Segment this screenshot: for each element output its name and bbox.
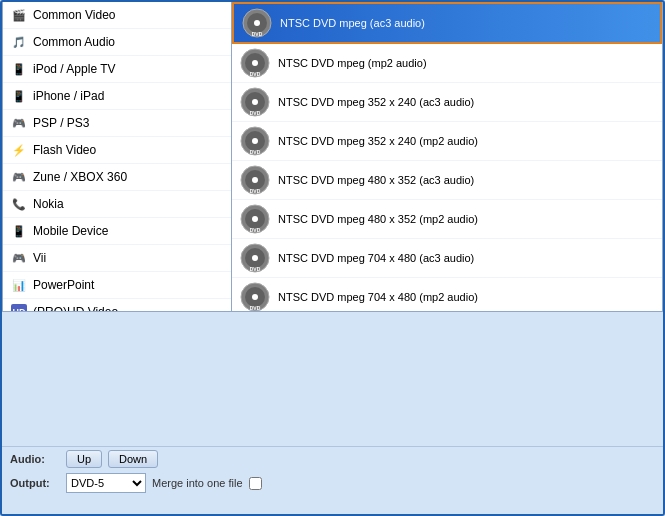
format-label-1: NTSC DVD mpeg (ac3 audio): [280, 17, 425, 29]
category-vii[interactable]: 🎮 Vii: [3, 245, 231, 272]
flash-video-label: Flash Video: [33, 143, 96, 157]
svg-text:DVD: DVD: [252, 31, 263, 37]
format-label-8: NTSC DVD mpeg 704 x 480 (mp2 audio): [278, 291, 478, 303]
category-ipod-apple-tv[interactable]: 📱 iPod / Apple TV: [3, 56, 231, 83]
up-button[interactable]: Up: [66, 450, 102, 468]
nokia-label: Nokia: [33, 197, 64, 211]
output-select[interactable]: DVD-5: [66, 473, 146, 493]
iphone-ipad-label: iPhone / iPad: [33, 89, 104, 103]
format-label-3: NTSC DVD mpeg 352 x 240 (ac3 audio): [278, 96, 474, 108]
common-audio-label: Common Audio: [33, 35, 115, 49]
format-ntsc-dvd-ac3[interactable]: DVD NTSC DVD mpeg (ac3 audio): [232, 2, 662, 44]
format-label-4: NTSC DVD mpeg 352 x 240 (mp2 audio): [278, 135, 478, 147]
format-ntsc-dvd-mp2-1[interactable]: DVD NTSC DVD mpeg (mp2 audio): [232, 44, 662, 83]
dvd-disc-4: DVD: [240, 126, 270, 156]
format-ntsc-dvd-352-ac3[interactable]: DVD NTSC DVD mpeg 352 x 240 (ac3 audio): [232, 83, 662, 122]
nokia-icon: 📞: [11, 196, 27, 212]
format-label-7: NTSC DVD mpeg 704 x 480 (ac3 audio): [278, 252, 474, 264]
common-video-label: Common Video: [33, 8, 116, 22]
category-common-audio[interactable]: 🎵 Common Audio: [3, 29, 231, 56]
category-zune-xbox[interactable]: 🎮 Zune / XBOX 360: [3, 164, 231, 191]
vii-label: Vii: [33, 251, 46, 265]
common-video-icon: 🎬: [11, 7, 27, 23]
output-label: Output:: [10, 477, 60, 489]
dvd-disc-1: DVD: [242, 8, 272, 38]
format-ntsc-dvd-704-ac3[interactable]: DVD NTSC DVD mpeg 704 x 480 (ac3 audio): [232, 239, 662, 278]
category-panel: 🎬 Common Video 🎵 Common Audio 📱 iPod / A…: [2, 2, 232, 312]
psp-ps3-icon: 🎮: [11, 115, 27, 131]
pro-hd-label: (PRO)HD Video: [33, 305, 118, 312]
svg-text:DVD: DVD: [250, 71, 261, 77]
svg-point-2: [254, 20, 260, 26]
profile-dropdown: 🎬 Common Video 🎵 Common Audio 📱 iPod / A…: [2, 2, 663, 312]
iphone-ipad-icon: 📱: [11, 88, 27, 104]
svg-text:DVD: DVD: [250, 227, 261, 233]
format-label-5: NTSC DVD mpeg 480 x 352 (ac3 audio): [278, 174, 474, 186]
mobile-icon: 📱: [11, 223, 27, 239]
audio-row: Audio: Up Down: [2, 447, 663, 471]
category-mobile[interactable]: 📱 Mobile Device: [3, 218, 231, 245]
svg-point-22: [252, 216, 258, 222]
bottom-output-area: Audio: Up Down Output: DVD-5 Merge into …: [2, 446, 663, 514]
svg-point-6: [252, 60, 258, 66]
dvd-disc-7: DVD: [240, 243, 270, 273]
category-iphone-ipad[interactable]: 📱 iPhone / iPad: [3, 83, 231, 110]
pro-hd-badge: HD: [11, 304, 27, 312]
common-audio-icon: 🎵: [11, 34, 27, 50]
ipod-apple-tv-label: iPod / Apple TV: [33, 62, 116, 76]
category-powerpoint[interactable]: 📊 PowerPoint: [3, 272, 231, 299]
vii-icon: 🎮: [11, 250, 27, 266]
output-row: Output: DVD-5 Merge into one file: [2, 471, 663, 495]
dvd-disc-3: DVD: [240, 87, 270, 117]
mobile-label: Mobile Device: [33, 224, 108, 238]
svg-point-10: [252, 99, 258, 105]
zune-xbox-label: Zune / XBOX 360: [33, 170, 127, 184]
svg-text:DVD: DVD: [250, 188, 261, 194]
format-ntsc-dvd-704-mp2[interactable]: DVD NTSC DVD mpeg 704 x 480 (mp2 audio): [232, 278, 662, 312]
zune-xbox-icon: 🎮: [11, 169, 27, 185]
dvd-disc-8: DVD: [240, 282, 270, 312]
format-ntsc-dvd-352-mp2[interactable]: DVD NTSC DVD mpeg 352 x 240 (mp2 audio): [232, 122, 662, 161]
format-ntsc-dvd-480-mp2[interactable]: DVD NTSC DVD mpeg 480 x 352 (mp2 audio): [232, 200, 662, 239]
flash-video-icon: ⚡: [11, 142, 27, 158]
format-panel: DVD NTSC DVD mpeg (ac3 audio) DVD NTSC D…: [232, 2, 663, 312]
svg-point-18: [252, 177, 258, 183]
svg-text:DVD: DVD: [250, 110, 261, 116]
category-common-video[interactable]: 🎬 Common Video: [3, 2, 231, 29]
merge-label: Merge into one file: [152, 477, 243, 489]
category-psp-ps3[interactable]: 🎮 PSP / PS3: [3, 110, 231, 137]
dvd-disc-2: DVD: [240, 48, 270, 78]
psp-ps3-label: PSP / PS3: [33, 116, 89, 130]
svg-point-26: [252, 255, 258, 261]
format-ntsc-dvd-480-ac3[interactable]: DVD NTSC DVD mpeg 480 x 352 (ac3 audio): [232, 161, 662, 200]
format-label-6: NTSC DVD mpeg 480 x 352 (mp2 audio): [278, 213, 478, 225]
svg-point-14: [252, 138, 258, 144]
svg-text:DVD: DVD: [250, 305, 261, 311]
category-flash-video[interactable]: ⚡ Flash Video: [3, 137, 231, 164]
ipod-apple-tv-icon: 📱: [11, 61, 27, 77]
powerpoint-label: PowerPoint: [33, 278, 94, 292]
dvd-disc-6: DVD: [240, 204, 270, 234]
format-label-2: NTSC DVD mpeg (mp2 audio): [278, 57, 427, 69]
merge-checkbox[interactable]: [249, 477, 262, 490]
dvd-disc-5: DVD: [240, 165, 270, 195]
down-button[interactable]: Down: [108, 450, 158, 468]
category-pro-hd-video[interactable]: HD (PRO)HD Video: [3, 299, 231, 312]
svg-text:DVD: DVD: [250, 266, 261, 272]
svg-point-30: [252, 294, 258, 300]
audio-label: Audio:: [10, 453, 60, 465]
powerpoint-icon: 📊: [11, 277, 27, 293]
svg-text:DVD: DVD: [250, 149, 261, 155]
category-nokia[interactable]: 📞 Nokia: [3, 191, 231, 218]
